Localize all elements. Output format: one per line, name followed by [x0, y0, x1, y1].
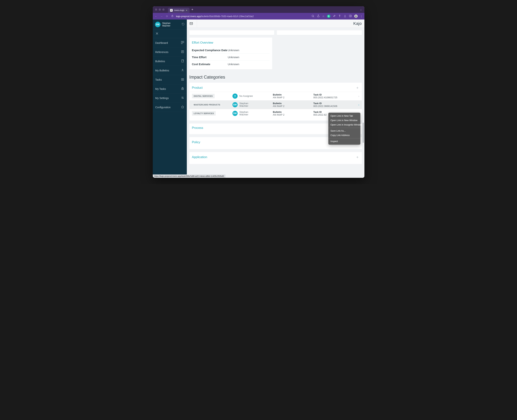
bookmark-icon[interactable]: ☆	[322, 15, 324, 18]
extensions-icon[interactable]	[333, 15, 336, 18]
ctx-save-link[interactable]: Save Link As...	[328, 129, 360, 133]
extension-tree-icon[interactable]	[338, 15, 341, 18]
reload-button[interactable]: ⟳	[166, 15, 169, 18]
task-label: Task ID	[314, 102, 354, 105]
tab-title: rivero-kajo	[174, 9, 184, 12]
refresh-icon[interactable]	[182, 23, 185, 26]
task-value: 003.2022.3668141506	[314, 105, 354, 107]
sidebar-item-label: My Bulletins	[155, 69, 169, 72]
minimize-window-icon[interactable]	[159, 8, 161, 11]
new-tab-button[interactable]: +	[191, 8, 194, 12]
sidebar-item-my-bulletins[interactable]: My Bulletins	[153, 66, 187, 75]
bulletin-value: AN INAP 2	[273, 105, 314, 107]
back-button[interactable]: ←	[155, 15, 157, 18]
assignee-avatar: SW	[232, 111, 238, 116]
forward-button[interactable]: →	[160, 15, 163, 18]
task-label: Task ID	[314, 93, 354, 96]
svg-line-2	[313, 16, 314, 17]
effort-row: Time Effort Unknown	[192, 54, 270, 61]
brand-logo: Kajo	[353, 21, 362, 26]
panel-application: Application ＋	[189, 152, 362, 164]
status-bar: https://kajo-preprod.rivero.app/task/98f…	[153, 174, 225, 178]
svg-rect-4	[349, 15, 351, 17]
svg-rect-15	[181, 60, 183, 62]
ctx-copy-link[interactable]: Copy Link Address	[328, 133, 360, 137]
ctx-open-new-window[interactable]: Open Link in New Window	[328, 118, 360, 123]
sidebar-item-tasks[interactable]: Tasks	[153, 75, 187, 84]
share-icon[interactable]	[317, 15, 320, 18]
assignee-avatar: SW	[232, 102, 238, 107]
mail-button[interactable]	[189, 20, 197, 28]
product-tag: DIGITAL SERVICES	[192, 94, 215, 98]
user-last-name: Wachter	[162, 24, 171, 27]
bulletin-value: AN INAP 2	[273, 96, 314, 99]
sidebar-user[interactable]: SW Stephan Wachter	[153, 20, 187, 30]
zoom-icon[interactable]	[311, 15, 314, 18]
extension-grammarly-icon[interactable]: G	[327, 15, 330, 18]
panel-add-icon[interactable]: ＋	[356, 155, 359, 160]
dashboard-icon	[181, 41, 184, 45]
sidebar-item-dashboard[interactable]: Dashboard	[153, 38, 187, 47]
svg-point-20	[182, 89, 183, 89]
window-controls[interactable]	[155, 8, 165, 11]
tasks-icon	[181, 78, 184, 82]
sidebar-collapse-button[interactable]	[153, 30, 187, 38]
effort-value: Unknown	[228, 56, 240, 59]
sidebar-item-bulletins[interactable]: Bulletins	[153, 57, 187, 66]
impact-heading: Impact Categories	[189, 75, 362, 80]
product-row[interactable]: MASTERCARD PRODUCTS SW Stephan Wächter B…	[189, 100, 362, 109]
effort-key: Expected Compliance Date	[192, 49, 228, 52]
profile-avatar-icon[interactable]	[354, 15, 358, 18]
svg-rect-0	[172, 16, 173, 17]
ctx-open-new-tab[interactable]: Open Link in New Tab	[328, 114, 360, 118]
scrollbar-thumb[interactable]	[363, 123, 364, 143]
browser-tab[interactable]: R rivero-kajo ×	[168, 8, 190, 13]
close-window-icon[interactable]	[155, 8, 157, 11]
effort-row: Cost Estimate Unknown	[192, 61, 270, 68]
tab-close-icon[interactable]: ×	[186, 9, 187, 12]
chevron-right-icon[interactable]: ›	[358, 95, 359, 98]
effort-overview-card: Effort Overview Expected Compliance Date…	[189, 38, 272, 69]
placeholder-card-left	[189, 30, 274, 35]
content-scroll[interactable]: Effort Overview Expected Compliance Date…	[187, 28, 364, 178]
sidebar-item-references[interactable]: References	[153, 47, 187, 57]
downloads-icon[interactable]	[344, 15, 346, 18]
address-bar[interactable]: kajo-preprod.rivero.app/bulletin/5dc069d…	[176, 15, 309, 18]
product-row[interactable]: DIGITAL SERVICES ? No Assignee Bulletin …	[189, 92, 362, 100]
product-tag: LOYALTY SERVICES	[192, 111, 216, 116]
panel-title: Policy	[192, 140, 200, 144]
chevron-right-icon[interactable]: ›	[358, 104, 359, 106]
sidebar-item-configuration[interactable]: Configuration	[153, 103, 187, 112]
product-tag: MASTERCARD PRODUCTS	[192, 103, 222, 107]
user-first-name: Stephan	[162, 22, 171, 24]
side-panel-icon[interactable]	[349, 15, 352, 18]
sidebar-item-my-tasks[interactable]: My Tasks	[153, 84, 187, 93]
effort-title: Effort Overview	[192, 41, 270, 45]
browser-toolbar: ← → ⟳ kajo-preprod.rivero.app/bulletin/5…	[153, 13, 364, 20]
my-tasks-icon	[181, 87, 184, 91]
assignee-first: Stephan	[240, 102, 248, 105]
ctx-inspect[interactable]: Inspect	[328, 139, 360, 143]
svg-rect-9	[181, 41, 182, 44]
assignee-avatar: ?	[232, 93, 238, 99]
ctx-open-incognito[interactable]: Open Link in Incognito Window	[328, 123, 360, 127]
panel-title: Process	[192, 126, 203, 130]
panel-add-icon[interactable]: ＋	[356, 85, 359, 90]
svg-point-21	[182, 87, 183, 88]
sidebar-item-label: Dashboard	[155, 41, 168, 44]
sidebar-item-label: Tasks	[155, 78, 162, 81]
my-bulletins-icon	[181, 68, 184, 72]
tab-favicon: R	[170, 9, 173, 12]
assignee-first: Stephan	[240, 111, 248, 113]
lock-icon[interactable]	[171, 15, 173, 18]
svg-rect-19	[181, 88, 183, 90]
tabs-overflow-icon[interactable]: ⌄	[360, 8, 362, 11]
sidebar-item-my-settings[interactable]: My Settings	[153, 93, 187, 103]
svg-point-18	[182, 79, 183, 80]
svg-point-1	[312, 15, 314, 16]
assignee-name: No Assignee	[240, 95, 253, 97]
sidebar-item-label: Configuration	[155, 106, 171, 109]
maximize-window-icon[interactable]	[162, 8, 165, 11]
browser-menu-icon[interactable]: ⋮	[360, 15, 363, 18]
effort-value: Unknown	[228, 49, 240, 52]
